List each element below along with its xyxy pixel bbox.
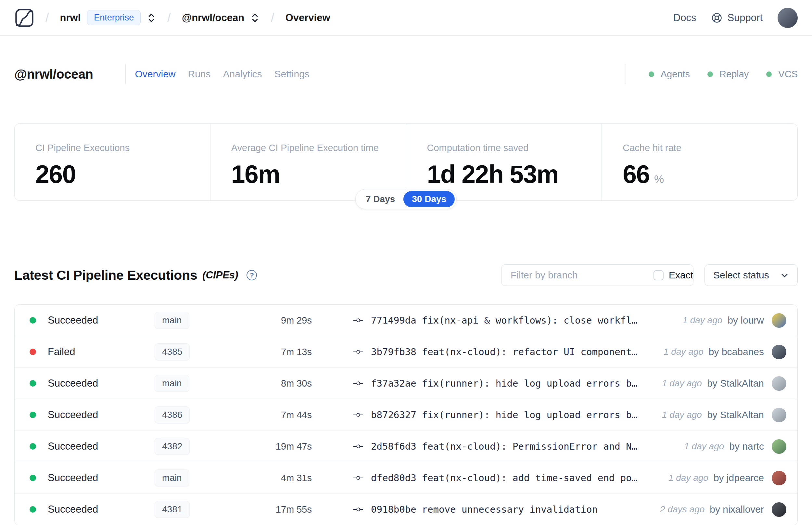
branch-cell: main — [155, 469, 262, 486]
cipe-rows: Succeeded main 9m 29s 771499da fix(nx-ap… — [15, 305, 797, 525]
workspace-switcher-icon[interactable] — [250, 12, 260, 24]
time-ago: 1 day ago — [662, 410, 702, 420]
meta-cell: 1 day ago by StalkAltan — [662, 408, 786, 422]
breadcrumb-workspace[interactable]: @nrwl/ocean — [182, 12, 260, 24]
enterprise-badge: Enterprise — [87, 10, 141, 25]
period-30-days-button[interactable]: 30 Days — [403, 191, 455, 207]
filters: Exact Select status — [501, 265, 798, 286]
status-cell: Succeeded — [30, 314, 155, 326]
commit-cell: 0918b0be remove unnecessary invalidation — [312, 504, 660, 515]
green-dot-icon — [649, 72, 654, 77]
status-cell: Failed — [30, 346, 155, 358]
nav-actions: Docs Support — [658, 8, 798, 28]
author: by lourw — [727, 315, 764, 326]
table-row[interactable]: Succeeded 4381 17m 55s 0918b0be remove u… — [15, 494, 797, 525]
git-commit-icon — [353, 411, 364, 419]
commit-message: feat(nx-cloud): PermissionError and N… — [422, 441, 637, 452]
commit-hash: 0918b0be — [371, 504, 416, 515]
tab-overview[interactable]: Overview — [135, 69, 175, 79]
support-label: Support — [727, 12, 763, 24]
commit-text: 0918b0be remove unnecessary invalidation — [371, 504, 598, 515]
status-label: Succeeded — [48, 440, 98, 452]
exact-label[interactable]: Exact — [669, 270, 693, 281]
docs-link[interactable]: Docs — [673, 12, 696, 24]
status-label: Succeeded — [48, 504, 98, 515]
workspace-name: @nrwl/ocean — [182, 12, 244, 24]
support-link[interactable]: Support — [711, 12, 763, 24]
duration: 9m 29s — [262, 315, 312, 326]
section-title-wrap: Latest CI Pipeline Executions (CIPEs) ? — [14, 268, 257, 283]
git-commit-icon — [353, 379, 364, 388]
branch-badge: main — [155, 469, 189, 486]
commit-hash: 3b79fb38 — [371, 346, 416, 357]
author: by StalkAltan — [707, 378, 764, 389]
tab-analytics[interactable]: Analytics — [223, 69, 262, 79]
indicator-vcs[interactable]: VCS — [766, 69, 798, 79]
breadcrumb-org[interactable]: nrwl Enterprise — [60, 10, 156, 25]
branch-badge: main — [155, 375, 189, 392]
commit-cell: b8726327 fix(runner): hide log upload er… — [312, 409, 662, 420]
duration: 7m 13s — [262, 347, 312, 357]
time-ago: 1 day ago — [662, 378, 702, 389]
breadcrumb-separator: / — [271, 11, 274, 25]
help-icon[interactable]: ? — [246, 270, 257, 280]
indicator-agents[interactable]: Agents — [649, 69, 690, 79]
status-dot — [30, 443, 36, 450]
divider — [125, 64, 126, 84]
status-cell: Succeeded — [30, 377, 155, 389]
duration: 19m 47s — [262, 441, 312, 452]
workspace-header: @nrwl/ocean Overview Runs Analytics Sett… — [14, 59, 798, 89]
git-commit-icon — [353, 348, 364, 356]
duration: 4m 31s — [262, 473, 312, 483]
author: by nixallover — [710, 504, 764, 515]
meta-cell: 2 days ago by nixallover — [660, 502, 786, 517]
stat-cache-hit-rate: Cache hit rate 66 % — [601, 124, 797, 200]
status-dot — [30, 380, 36, 387]
breadcrumb-page: Overview — [286, 12, 330, 24]
nx-cloud-logo[interactable] — [14, 8, 34, 28]
breadcrumb: / nrwl Enterprise / @nrwl/ocean / Overvi… — [14, 8, 330, 28]
top-nav: / nrwl Enterprise / @nrwl/ocean / Overvi… — [0, 0, 812, 36]
commit-cell: 2d58f6d3 feat(nx-cloud): PermissionError… — [312, 441, 684, 452]
commit-cell: 771499da fix(nx-api & workflows): close … — [312, 315, 683, 326]
status-dot — [30, 475, 36, 481]
tab-settings[interactable]: Settings — [274, 69, 309, 79]
exact-toggle: Exact — [645, 265, 693, 286]
stat-value: 16m — [231, 160, 406, 189]
org-name: nrwl — [60, 12, 81, 24]
tab-runs[interactable]: Runs — [188, 69, 211, 79]
indicator-replay[interactable]: Replay — [707, 69, 749, 79]
table-row[interactable]: Succeeded main 9m 29s 771499da fix(nx-ap… — [15, 305, 797, 336]
user-avatar[interactable] — [778, 8, 798, 28]
status-cell: Succeeded — [30, 472, 155, 484]
branch-badge: 4381 — [155, 501, 190, 518]
breadcrumb-separator: / — [45, 11, 49, 25]
branch-cell: 4385 — [155, 343, 262, 360]
status-select[interactable]: Select status — [704, 265, 798, 286]
branch-filter-input[interactable] — [502, 265, 645, 286]
table-row[interactable]: Succeeded main 8m 30s f37a32ae fix(runne… — [15, 368, 797, 399]
status-label: Succeeded — [48, 314, 98, 326]
green-dot-icon — [766, 72, 772, 77]
workspace-title: @nrwl/ocean — [14, 67, 93, 81]
cipe-section-header: Latest CI Pipeline Executions (CIPEs) ? … — [14, 265, 798, 286]
chevron-down-icon — [780, 271, 789, 280]
table-row[interactable]: Succeeded 4382 19m 47s 2d58f6d3 feat(nx-… — [15, 431, 797, 462]
period-7-days-button[interactable]: 7 Days — [357, 191, 403, 207]
exact-checkbox[interactable] — [654, 270, 663, 280]
status-cell: Succeeded — [30, 409, 155, 421]
stats-cards: CI Pipeline Executions 260 Average CI Pi… — [14, 123, 798, 201]
status-label: Succeeded — [48, 472, 98, 484]
duration: 7m 44s — [262, 410, 312, 420]
org-switcher-icon[interactable] — [147, 12, 156, 24]
branch-badge: 4382 — [155, 438, 190, 455]
commit-hash: 2d58f6d3 — [371, 441, 416, 452]
table-row[interactable]: Succeeded 4386 7m 44s b8726327 fix(runne… — [15, 399, 797, 431]
commit-message: feat(nx-cloud): refactor UI component… — [422, 346, 637, 357]
section-title-suffix: (CIPEs) — [202, 269, 238, 281]
table-row[interactable]: Succeeded main 4m 31s dfed80d3 feat(nx-c… — [15, 462, 797, 494]
stat-ci-pipeline-executions: CI Pipeline Executions 260 — [15, 124, 210, 200]
status-label: Succeeded — [48, 377, 98, 389]
table-row[interactable]: Failed 4385 7m 13s 3b79fb38 feat(nx-clou… — [15, 336, 797, 368]
percent-unit: % — [654, 173, 664, 185]
